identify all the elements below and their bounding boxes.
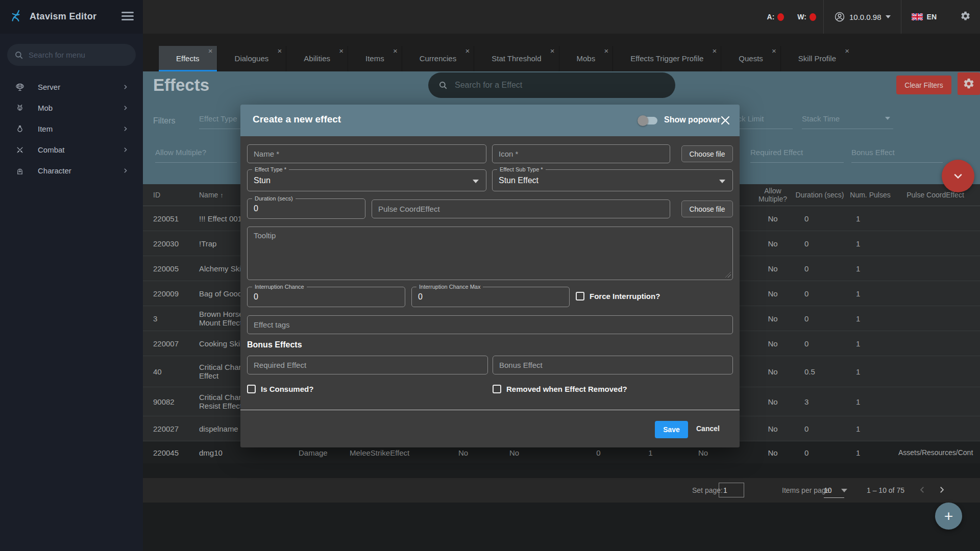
- tab-close-icon[interactable]: ×: [845, 47, 849, 55]
- tab-close-icon[interactable]: ×: [713, 47, 717, 55]
- chevron-down-icon: [719, 180, 725, 183]
- sidebar-item-server[interactable]: Server: [0, 77, 143, 97]
- tab-dialogues[interactable]: Dialogues×: [217, 46, 286, 71]
- tab-stat-threshold[interactable]: Stat Threshold×: [474, 46, 558, 71]
- server-selector[interactable]: 10.0.0.98: [824, 11, 901, 22]
- tab-close-icon[interactable]: ×: [208, 47, 213, 55]
- filter-required-effect[interactable]: Required Effect: [750, 148, 844, 157]
- checkbox-icon: [576, 292, 584, 300]
- clear-filters-button[interactable]: Clear Filters: [896, 76, 951, 94]
- tab-close-icon[interactable]: ×: [393, 47, 398, 55]
- tab-items[interactable]: Items×: [348, 46, 402, 71]
- tab-label: Mobs: [577, 54, 596, 63]
- column-header-allow-multiple[interactable]: Allow Multiple?: [750, 187, 796, 203]
- interruption-chance-field[interactable]: Interruption Chance 0: [247, 287, 405, 307]
- force-interruption-checkbox[interactable]: Force Interruption?: [576, 292, 660, 300]
- chevron-right-icon: [122, 167, 129, 176]
- tab-currencies[interactable]: Currencies×: [402, 46, 474, 71]
- cancel-button[interactable]: Cancel: [696, 424, 720, 433]
- tab-abilities[interactable]: Abilities×: [286, 46, 348, 71]
- cell-duration: 0: [804, 289, 835, 298]
- add-effect-fab[interactable]: +: [935, 503, 962, 530]
- tab-label: Effects: [176, 54, 200, 63]
- pulse-coordeffect-field[interactable]: [372, 199, 670, 218]
- tab-label: Items: [365, 54, 384, 63]
- column-header-id[interactable]: ID: [153, 191, 194, 199]
- effect-type-select[interactable]: Effect Type * Stun: [247, 169, 486, 191]
- previous-page-icon[interactable]: [918, 485, 927, 496]
- tab-close-icon[interactable]: ×: [772, 47, 776, 55]
- is-consumed-checkbox[interactable]: Is Consumed?: [247, 385, 313, 393]
- menu-toggle-icon[interactable]: [121, 12, 134, 22]
- interruption-chance-max-field[interactable]: Interruption Chance Max 0: [411, 287, 570, 307]
- name-field[interactable]: [247, 144, 486, 163]
- show-popover-toggle[interactable]: [639, 117, 657, 124]
- sort-ascending-icon: ↑: [220, 191, 224, 199]
- filter-label: Bonus Effect: [851, 148, 895, 157]
- cell-duration: 0: [804, 314, 835, 323]
- status-w-label: W:: [797, 13, 806, 21]
- gear-icon: [963, 78, 975, 90]
- effect-sub-type-value: Stun Effect: [499, 176, 538, 185]
- effect-tags-field[interactable]: [247, 315, 733, 334]
- filter-bonus-effect[interactable]: Bonus Effect: [851, 148, 943, 157]
- set-page-input[interactable]: [719, 483, 744, 497]
- filter-allow-multiple[interactable]: Allow Multiple?: [155, 148, 237, 157]
- cell-allow-multiple: No: [755, 239, 791, 248]
- cell-duration: 0: [804, 214, 835, 223]
- tab-label: Effects Trigger Profile: [630, 54, 703, 63]
- column-header-pulse-coordeffect[interactable]: Pulse CoordEffect: [891, 191, 980, 199]
- effect-sub-type-select[interactable]: Effect Sub Type * Stun Effect: [492, 169, 733, 191]
- sidebar-item-character[interactable]: Character: [0, 160, 143, 181]
- sidebar-item-mob[interactable]: Mob: [0, 97, 143, 118]
- bonus-effects-heading: Bonus Effects: [247, 340, 302, 349]
- icon-choose-file-button[interactable]: Choose file: [681, 145, 733, 162]
- column-header-duration[interactable]: Duration (secs): [794, 191, 845, 199]
- collapse-filters-fab[interactable]: [942, 160, 974, 192]
- tab-close-icon[interactable]: ×: [339, 47, 344, 55]
- search-icon: [438, 81, 448, 90]
- tab-effects[interactable]: Effects×: [158, 46, 217, 71]
- sidebar-item-label: Character: [38, 166, 71, 175]
- sidebar-search[interactable]: [7, 44, 136, 66]
- flask-icon: [15, 124, 24, 134]
- table-settings-button[interactable]: [958, 72, 980, 95]
- sidebar-search-input[interactable]: [29, 51, 130, 59]
- tooltip-field[interactable]: [247, 227, 733, 280]
- tab-close-icon[interactable]: ×: [550, 47, 555, 55]
- tab-close-icon[interactable]: ×: [465, 47, 470, 55]
- sidebar-item-combat[interactable]: Combat: [0, 139, 143, 160]
- language-selector[interactable]: EN: [901, 13, 947, 21]
- tab-skill-profile[interactable]: Skill Profile×: [780, 46, 853, 71]
- tab-effects-trigger-profile[interactable]: Effects Trigger Profile×: [612, 46, 721, 71]
- close-icon[interactable]: [719, 114, 731, 127]
- pulse-choose-file-button[interactable]: Choose file: [681, 201, 733, 217]
- bonus-effect-field[interactable]: [493, 356, 733, 374]
- column-header-num-pulses[interactable]: Num. Pulses: [850, 191, 891, 199]
- filter-label: Allow Multiple?: [155, 148, 206, 157]
- effect-search-input[interactable]: [455, 81, 665, 90]
- effect-search[interactable]: [428, 72, 675, 98]
- cell-id: 220030: [153, 239, 194, 248]
- tab-quests[interactable]: Quests×: [721, 46, 780, 71]
- cell-id: 220045: [153, 448, 194, 457]
- tab-mobs[interactable]: Mobs×: [559, 46, 613, 71]
- cell-col8: 1: [634, 448, 667, 457]
- duration-field[interactable]: Duration (secs) 0: [247, 198, 365, 219]
- tab-close-icon[interactable]: ×: [604, 47, 608, 55]
- checkbox-icon: [247, 385, 256, 393]
- sidebar-item-label: Combat: [38, 145, 65, 154]
- cell-id: 220051: [153, 214, 194, 223]
- sidebar-item-item[interactable]: Item: [0, 118, 143, 139]
- cell-allow-multiple: No: [755, 397, 791, 406]
- save-button[interactable]: Save: [655, 421, 688, 438]
- tab-close-icon[interactable]: ×: [278, 47, 282, 55]
- next-page-icon[interactable]: [937, 485, 946, 496]
- filter-stack-time[interactable]: Stack Time: [802, 114, 893, 123]
- icon-field[interactable]: [492, 144, 670, 163]
- required-effect-field[interactable]: [247, 356, 488, 374]
- cell-duration: 0: [804, 239, 835, 248]
- chevron-down-icon[interactable]: [841, 489, 847, 492]
- settings-gear-icon[interactable]: [947, 11, 980, 23]
- removed-when-effect-removed-checkbox[interactable]: Removed when Effect Removed?: [493, 385, 627, 393]
